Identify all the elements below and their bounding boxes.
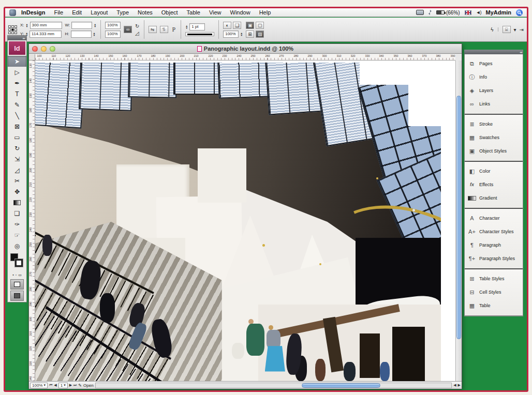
scale-y-field[interactable]: 100% [105,31,121,38]
note-tool[interactable]: ❏ [8,208,26,219]
h-stepper[interactable]: ▲▼ [93,32,96,36]
apply-color-button[interactable]: ▭ [18,273,22,277]
menu-item-indesign[interactable]: InDesign [21,9,45,16]
stroke-style-dropdown[interactable] [185,32,214,36]
apply-color-button[interactable]: ▪ [12,273,13,277]
control-panel-collapse-icon[interactable]: ⇥ [520,27,524,33]
view-mode-preview-button[interactable]: ▢ [256,22,264,29]
control-panel-menu-icon[interactable]: ▾ [514,27,516,33]
scroll-right-button[interactable]: ▶ [458,383,461,387]
rotate-field-icon[interactable]: ↻ [135,23,139,29]
bluetooth-menu-icon[interactable] [428,10,432,15]
preview-mode-button[interactable] [10,291,24,301]
stroke-swatch[interactable] [15,259,23,267]
spotlight-icon[interactable] [516,9,523,16]
direct-selection-tool[interactable]: ▷ [8,67,26,78]
eyedropper-tool[interactable]: ✑ [8,219,26,230]
stroke-weight-stepper[interactable]: ▲▼ [185,25,188,29]
scale-tool[interactable]: ⇲ [8,154,26,164]
page-number-dropdown[interactable]: 1▾ [58,383,68,388]
menu-item-view[interactable]: View [209,9,221,16]
w-field[interactable] [71,22,92,29]
battery-menu[interactable]: (66%) [436,10,460,16]
vertical-scrollbar[interactable] [455,60,462,381]
gradient-tool[interactable] [8,197,26,208]
x-field[interactable]: 300 mm [30,22,62,29]
panel-item-character[interactable]: ACharacter [468,211,521,225]
apple-menu-icon[interactable] [9,9,16,16]
pencil-tool[interactable]: ✎ [8,99,26,110]
panel-item-effects[interactable]: fxEffects [468,178,521,191]
normal-view-mode-button[interactable] [10,279,24,290]
view-mode-normal-button[interactable]: ▣ [246,22,254,29]
bridge-button[interactable]: ⌸ [503,26,511,33]
scale-x-field[interactable]: 100% [105,22,121,29]
menu-item-file[interactable]: File [54,9,63,16]
panel-item-pages[interactable]: ⧉Pages [468,57,521,70]
stroke-weight-field[interactable]: 1 pt [189,23,205,31]
scroll-left-button[interactable]: ◀ [453,383,456,387]
panel-item-stroke[interactable]: ≣Stroke [468,117,521,131]
horizontal-scrollbar-thumb[interactable] [302,383,380,388]
shear-tool[interactable]: ◿ [8,164,26,175]
user-menu[interactable]: MyAdmin [486,9,512,16]
zoom-tool[interactable]: ◎ [8,240,26,251]
panel-item-cell-styles[interactable]: ⊟Cell Styles [468,285,521,299]
shear-field-icon[interactable]: ◿ [135,31,139,36]
menu-item-notes[interactable]: Notes [138,9,153,16]
menu-item-object[interactable]: Object [161,9,178,16]
quick-apply-button[interactable]: ϟ [491,27,493,33]
menu-item-window[interactable]: Window [230,9,250,16]
drop-shadow-button[interactable]: ❑ [233,22,241,29]
flip-horizontal-button[interactable]: ⇋ [149,26,157,33]
h-field[interactable] [71,31,92,38]
panel-item-character-styles[interactable]: A+Character Styles [468,225,521,238]
fill-stroke-control[interactable] [10,253,24,270]
panel-item-table-styles[interactable]: ⊞Table Styles [468,272,521,285]
free-transform-tool[interactable]: ✥ [8,186,26,197]
tool-palette-grip[interactable]: ▸▸ [8,36,26,40]
last-page-button[interactable]: ⏭ [73,383,77,387]
menu-item-type[interactable]: Type [116,9,129,16]
zoom-level-dropdown[interactable]: 100%▾ [30,383,48,388]
view-mode-bleed-button[interactable]: ⊞ [246,31,254,38]
pen-tool[interactable]: ✒ [8,78,26,88]
panel-item-info[interactable]: ⓘInfo [468,70,521,84]
rotate-tool[interactable]: ↻ [8,143,26,154]
scissors-tool[interactable]: ✂ [8,175,26,186]
horizontal-ruler[interactable]: 1001101201301401501601701801902002102202… [35,54,455,60]
opacity-stepper[interactable]: ▲▼ [240,32,243,36]
horizontal-scrollbar[interactable] [95,383,452,388]
first-page-button[interactable]: ⏮ [49,383,52,387]
opacity-field[interactable]: 100% [223,31,239,38]
panel-item-color[interactable]: ◧Color [468,164,521,178]
flip-vertical-button[interactable]: ⥮ [160,26,168,33]
type-tool[interactable]: T [8,88,26,99]
reference-point-proxy[interactable] [8,25,17,34]
displays-menu-icon[interactable] [416,10,424,15]
panel-item-layers[interactable]: ◈Layers [468,84,521,97]
input-language-flag-icon[interactable] [465,10,471,15]
panel-item-paragraph-styles[interactable]: ¶+Paragraph Styles [468,252,521,265]
document-canvas[interactable] [35,60,455,381]
zoom-window-button[interactable] [50,46,55,52]
ruler-origin-corner[interactable] [29,54,35,60]
panel-item-gradient[interactable]: Gradient [468,191,521,205]
menu-item-help[interactable]: Help [259,9,271,16]
vertical-scrollbar-thumb[interactable] [456,96,461,339]
panel-item-table[interactable]: ▦Table [468,299,521,312]
vertical-ruler[interactable]: 1301401501601701801902002102202302402502… [29,60,35,381]
rectangle-tool[interactable]: ▭ [8,132,26,143]
y-field[interactable]: 114.333 mm [29,31,62,38]
apply-color-button[interactable]: ▫ [16,273,17,277]
apply-color-row[interactable]: ▪▫▭ [8,272,26,278]
previous-page-button[interactable]: ◀ [54,383,56,387]
view-mode-slug-button[interactable]: ▨ [256,31,264,38]
next-page-button[interactable]: ▶ [69,383,72,387]
panel-item-object-styles[interactable]: ▣Object Styles [468,144,521,158]
selection-tool[interactable]: ➤ [8,56,26,67]
hand-tool[interactable]: ☞ [8,230,26,240]
panel-item-paragraph[interactable]: ¶Paragraph [468,238,521,252]
constrain-proportions-button[interactable]: ∞ [124,26,132,33]
volume-icon[interactable]: ◄) [476,10,481,15]
